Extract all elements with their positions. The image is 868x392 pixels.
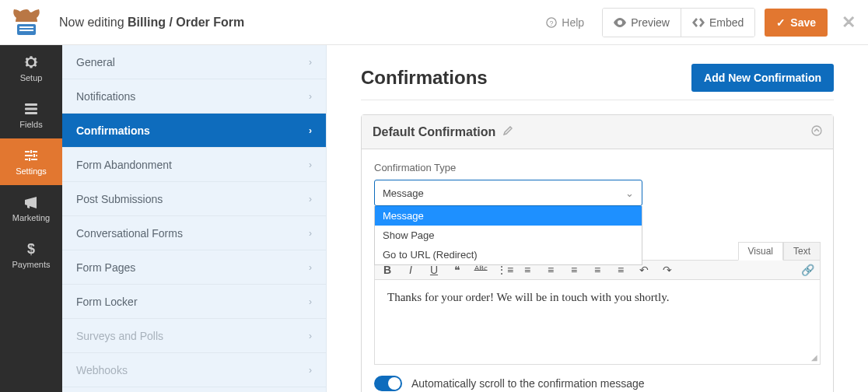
bold-button[interactable]: B [380, 264, 395, 276]
subnav-label: Form Abandonment [76, 159, 172, 171]
panel-title: Default Confirmation [373, 125, 495, 139]
option-go-to-url[interactable]: Go to URL (Redirect) [375, 245, 642, 264]
embed-label: Embed [709, 16, 744, 29]
nav-setup[interactable]: Setup [0, 45, 62, 92]
chevron-right-icon: › [309, 57, 312, 68]
fields-icon [23, 101, 39, 117]
pencil-icon [503, 126, 513, 135]
dollar-icon: $ [23, 241, 39, 257]
option-message[interactable]: Message [375, 206, 642, 226]
preview-label: Preview [631, 16, 670, 29]
confirmation-type-select[interactable]: Message ⌄ [374, 180, 642, 206]
nav-label: Payments [12, 260, 51, 269]
confirmation-panel: Default Confirmation Confirmation Type M… [361, 114, 834, 392]
subnav-post-submissions[interactable]: Post Submissions› [62, 182, 326, 216]
editor-tab-text[interactable]: Text [783, 242, 821, 261]
settings-subnav: General› Notifications› Confirmations› F… [62, 45, 327, 392]
align-justify-button[interactable]: ≡ [613, 264, 628, 276]
svg-point-9 [812, 126, 821, 135]
subnav-label: Webhooks [76, 364, 128, 376]
confirmation-type-label: Confirmation Type [374, 162, 821, 173]
subnav-confirmations[interactable]: Confirmations› [62, 114, 326, 148]
chevron-right-icon: › [309, 365, 312, 376]
nav-payments[interactable]: $ Payments [0, 232, 62, 278]
now-editing-prefix: Now editing [59, 16, 128, 29]
page-title: Confirmations [361, 67, 488, 89]
redo-button[interactable]: ↷ [660, 264, 675, 276]
chevron-right-icon: › [309, 194, 312, 205]
auto-scroll-toggle[interactable] [374, 376, 402, 391]
nav-label: Settings [16, 166, 47, 176]
edit-name-button[interactable] [503, 126, 513, 138]
sliders-icon [23, 148, 39, 163]
chevron-down-icon: ⌄ [625, 187, 634, 199]
svg-rect-6 [25, 108, 37, 110]
message-editor[interactable]: Thanks for your order! We will be in tou… [374, 279, 821, 365]
subnav-surveys-polls[interactable]: Surveys and Polls› [62, 319, 326, 353]
help-button[interactable]: ? Help [534, 9, 596, 37]
subnav-form-abandonment[interactable]: Form Abandonment› [62, 148, 326, 182]
add-confirmation-button[interactable]: Add New Confirmation [691, 64, 834, 92]
embed-button[interactable]: Embed [681, 9, 754, 37]
subnav-label: Notifications [76, 90, 135, 103]
subnav-label: Post Submissions [76, 193, 163, 205]
preview-button[interactable]: Preview [603, 9, 681, 37]
now-editing-label: Now editing Billing / Order Form [59, 16, 244, 30]
divider [361, 100, 834, 100]
align-left-button[interactable]: ≡ [543, 264, 558, 276]
nav-fields[interactable]: Fields [0, 92, 62, 138]
align-center-button[interactable]: ≡ [566, 264, 582, 276]
app-logo [9, 5, 44, 40]
main-content: Confirmations Add New Confirmation Defau… [327, 45, 868, 392]
underline-button[interactable]: U [426, 264, 442, 276]
strike-button[interactable]: ᴬᴮᶜ [473, 264, 488, 276]
check-icon: ✓ [776, 16, 786, 29]
primary-nav: Setup Fields Settings Marketing $ Paymen… [0, 45, 62, 392]
form-name: Billing / Order Form [128, 16, 244, 29]
help-icon: ? [546, 17, 557, 28]
help-label: Help [562, 16, 584, 29]
editor-tab-visual[interactable]: Visual [738, 242, 783, 261]
align-right-button[interactable]: ≡ [590, 264, 605, 276]
code-icon [692, 18, 705, 27]
nav-label: Marketing [12, 213, 50, 222]
chevron-right-icon: › [309, 296, 312, 307]
numbered-list-button[interactable]: ≡ [520, 264, 535, 276]
save-button[interactable]: ✓ Save [765, 9, 828, 37]
option-show-page[interactable]: Show Page [375, 226, 642, 245]
bullhorn-icon [23, 194, 39, 210]
gear-icon [23, 54, 39, 70]
subnav-form-locker[interactable]: Form Locker› [62, 285, 326, 319]
nav-label: Fields [19, 120, 42, 129]
italic-button[interactable]: I [403, 264, 418, 276]
subnav-conversational-forms[interactable]: Conversational Forms› [62, 216, 326, 250]
nav-marketing[interactable]: Marketing [0, 185, 62, 232]
chevron-right-icon: › [309, 125, 312, 136]
svg-rect-2 [19, 30, 33, 31]
chevron-right-icon: › [309, 228, 312, 239]
svg-rect-7 [25, 112, 37, 114]
chevron-right-icon: › [309, 91, 312, 102]
bullet-list-button[interactable]: ⋮≡ [496, 264, 512, 276]
auto-scroll-label: Automatically scroll to the confirmation… [411, 377, 645, 390]
editor-content: Thanks for your order! We will be in tou… [387, 291, 669, 303]
subnav-form-pages[interactable]: Form Pages› [62, 250, 326, 285]
subnav-notifications[interactable]: Notifications› [62, 79, 326, 114]
subnav-webhooks[interactable]: Webhooks› [62, 353, 326, 387]
svg-rect-1 [19, 26, 33, 28]
chevron-right-icon: › [309, 159, 312, 170]
resize-handle[interactable]: ◢ [811, 353, 817, 362]
select-value: Message [383, 187, 424, 199]
chevron-right-icon: › [309, 262, 312, 273]
subnav-label: Form Locker [76, 296, 138, 308]
link-button[interactable]: 🔗 [800, 264, 815, 276]
subnav-label: Surveys and Polls [76, 330, 163, 342]
undo-button[interactable]: ↶ [636, 264, 652, 276]
quote-button[interactable]: ❝ [450, 264, 465, 276]
collapse-button[interactable] [811, 125, 822, 139]
nav-label: Setup [20, 73, 43, 82]
svg-text:?: ? [550, 19, 554, 26]
nav-settings[interactable]: Settings [0, 138, 62, 185]
close-button[interactable]: ✕ [842, 12, 856, 33]
subnav-general[interactable]: General› [62, 45, 326, 79]
